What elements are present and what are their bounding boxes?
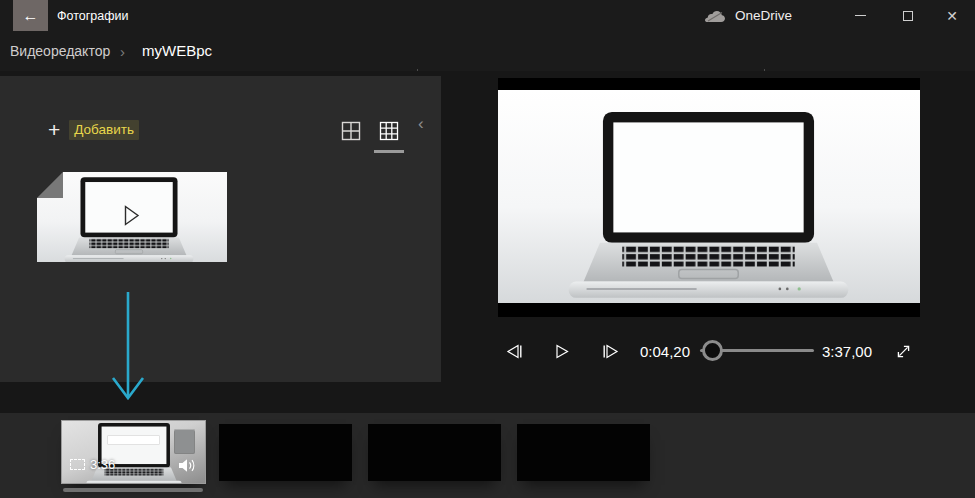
titlebar: ← Фотографии OneDrive ✕ bbox=[0, 0, 975, 31]
app-title: Фотографии bbox=[57, 0, 128, 31]
clip-duration: 3:36 bbox=[90, 457, 115, 472]
project-name-field[interactable]: myWEBpc bbox=[142, 31, 212, 69]
video-preview[interactable] bbox=[498, 78, 920, 317]
minimize-icon bbox=[855, 15, 866, 16]
clip-duration-badge: 3:36 bbox=[70, 457, 115, 472]
breadcrumb-chevron-icon: › bbox=[120, 31, 125, 71]
media-thumbnail[interactable] bbox=[37, 172, 227, 262]
total-time: 3:37,00 bbox=[822, 343, 872, 360]
header: ← Фотографии OneDrive ✕ Видеоредактор bbox=[0, 0, 975, 71]
small-grid-view-button[interactable] bbox=[379, 121, 399, 141]
selected-view-underline bbox=[374, 150, 404, 153]
current-time: 0:04,20 bbox=[640, 343, 690, 360]
laptop-video-frame bbox=[530, 112, 887, 303]
video-frame bbox=[498, 90, 920, 303]
onedrive-cloud-icon bbox=[704, 9, 726, 23]
add-media-button[interactable]: + Добавить bbox=[48, 120, 139, 140]
back-icon: ← bbox=[23, 7, 39, 25]
play-button[interactable] bbox=[555, 344, 569, 359]
collapse-panel-chevron[interactable]: ‹ bbox=[418, 114, 424, 134]
timeline-clip[interactable] bbox=[368, 424, 501, 481]
clip-screen-detail bbox=[107, 435, 160, 445]
maximize-button[interactable] bbox=[885, 0, 931, 31]
close-icon: ✕ bbox=[946, 9, 958, 23]
main-area: + Добавить ‹ bbox=[0, 71, 975, 413]
timeline-scrollbar[interactable] bbox=[63, 488, 203, 492]
next-frame-button[interactable] bbox=[602, 344, 619, 359]
timeline-clip-selected[interactable]: 3:36 bbox=[62, 421, 205, 483]
onedrive-status[interactable]: OneDrive bbox=[704, 0, 792, 31]
onedrive-label: OneDrive bbox=[735, 8, 792, 23]
back-button[interactable]: ← bbox=[13, 0, 48, 31]
play-overlay-icon bbox=[124, 205, 140, 226]
drag-down-arrow-annotation bbox=[107, 288, 149, 406]
timeline-clip[interactable] bbox=[219, 424, 352, 481]
seek-slider-thumb[interactable] bbox=[702, 340, 723, 361]
timeline-strip: 3:36 bbox=[0, 413, 975, 498]
timeline-clip[interactable] bbox=[517, 424, 650, 481]
maximize-icon bbox=[903, 11, 913, 21]
previous-frame-button[interactable] bbox=[506, 344, 523, 359]
thumbnail-fold-shade bbox=[37, 172, 63, 198]
clip-gray-square-detail bbox=[174, 429, 195, 454]
close-button[interactable]: ✕ bbox=[929, 0, 975, 31]
toolbar: Видеоредактор › myWEBpc ♫ Фоновая музыка bbox=[0, 31, 975, 71]
fullscreen-button[interactable] bbox=[895, 343, 912, 360]
breadcrumb-video-editor[interactable]: Видеоредактор bbox=[10, 31, 110, 71]
project-library-panel: + Добавить ‹ bbox=[0, 76, 441, 382]
clip-audio-icon bbox=[178, 458, 198, 473]
plus-icon: + bbox=[48, 121, 60, 139]
large-grid-view-button[interactable] bbox=[341, 121, 361, 141]
photos-video-editor-window: ← Фотографии OneDrive ✕ Видеоредактор bbox=[0, 0, 975, 498]
add-media-label: Добавить bbox=[69, 120, 139, 140]
video-clip-icon bbox=[70, 459, 85, 470]
minimize-button[interactable] bbox=[837, 0, 883, 31]
